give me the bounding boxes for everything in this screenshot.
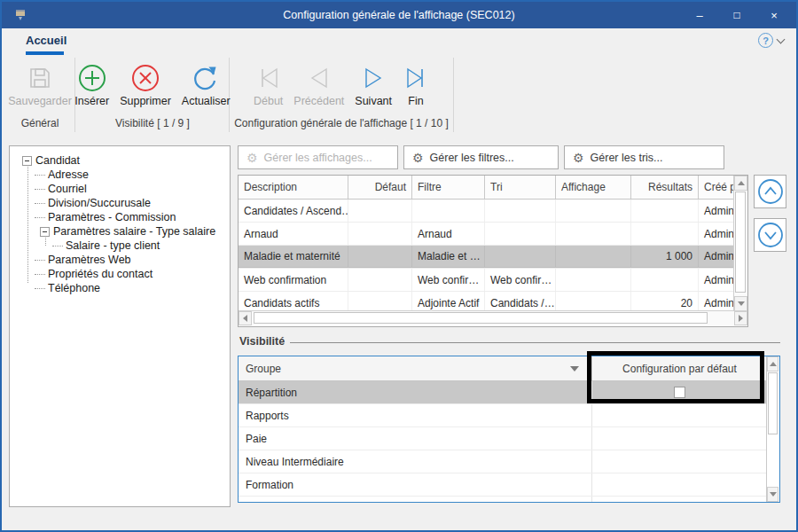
tree-item-telephone[interactable]: Téléphone	[35, 281, 100, 295]
tree-item-courriel[interactable]: Courriel	[35, 182, 87, 196]
save-button[interactable]: Sauvegarder	[4, 59, 76, 109]
col-description[interactable]: Description	[239, 176, 348, 199]
col-filtre[interactable]: Filtre	[412, 176, 485, 199]
window-title: Configuration générale de l'affichage (S…	[2, 9, 796, 21]
scrollbar-thumb[interactable]	[735, 192, 746, 293]
last-record-button[interactable]: Fin	[398, 59, 434, 109]
scroll-right-button[interactable]	[734, 311, 747, 325]
tree-item-parametres-salaire[interactable]: Paramètres salaire - Type salaire	[40, 224, 215, 239]
title-bar: Configuration générale de l'affichage (S…	[2, 2, 796, 28]
visibility-row[interactable]: Formation	[239, 473, 779, 497]
category-tree: Candidat Adresse Courriel Division/Succu…	[9, 145, 231, 507]
maximize-button[interactable]: □	[718, 2, 755, 28]
scroll-left-button[interactable]	[239, 311, 252, 325]
tree-collapse-icon[interactable]	[40, 227, 50, 237]
visibility-section-label: Visibilité	[239, 335, 290, 348]
ribbon-group-general: Sauvegarder Général	[5, 55, 74, 133]
tree-rail	[27, 162, 29, 283]
scroll-down-button[interactable]	[734, 296, 747, 311]
tree-item-candidat[interactable]: Candidat	[22, 153, 80, 168]
grid-row[interactable]: Web confirmation Web confir… Web confir……	[239, 269, 747, 292]
scroll-down-button[interactable]	[767, 487, 778, 502]
ribbon-toolbar: Sauvegarder Général Insérer	[2, 55, 796, 137]
x-circle-icon	[130, 61, 160, 95]
tree-item-salaire-type-client[interactable]: Salaire - type client	[52, 239, 160, 253]
visibility-section-rule	[239, 342, 780, 343]
minimize-button[interactable]: –	[681, 2, 718, 28]
refresh-icon	[191, 61, 221, 95]
visibility-row-clipped[interactable]: Facturation	[239, 497, 779, 503]
tab-accueil[interactable]: Accueil	[26, 34, 66, 47]
move-down-button[interactable]	[754, 218, 786, 252]
app-icon	[16, 10, 25, 16]
first-record-button[interactable]: Début	[249, 59, 287, 109]
tree-item-adresse[interactable]: Adresse	[35, 168, 89, 182]
chevron-down-icon	[777, 35, 786, 43]
delete-button[interactable]: Supprimer	[115, 59, 176, 109]
scrollbar-thumb[interactable]	[254, 312, 708, 324]
visibility-row-selected[interactable]: Répartition	[239, 381, 779, 404]
manage-filters-button[interactable]: ⚙ Gérer les filtres...	[403, 145, 559, 169]
next-record-button[interactable]: Suivant	[350, 59, 396, 109]
move-up-button[interactable]	[754, 175, 786, 208]
visibility-row[interactable]: Rapports	[239, 404, 779, 427]
tree-item-parametres-web[interactable]: Paramètres Web	[35, 253, 131, 267]
grid-header-row: Description Défaut Filtre Tri Affichage …	[239, 176, 747, 200]
app-window: Configuration générale de l'affichage (S…	[0, 0, 798, 532]
ribbon-group-visibilite: Insérer Supprimer	[76, 55, 229, 133]
manage-sorts-button[interactable]: ⚙ Gérer les tris...	[564, 145, 724, 169]
chevron-down-circle-icon	[756, 221, 785, 249]
tree-collapse-icon[interactable]	[22, 156, 32, 166]
insert-button[interactable]: Insérer	[70, 59, 113, 109]
grid-row-selected[interactable]: Maladie et maternité Maladie et … 1 000 …	[239, 246, 747, 269]
tree-item-parametres-commission[interactable]: Paramètres - Commission	[35, 210, 176, 224]
col-configuration-par-defaut[interactable]: Configuration par défaut	[592, 356, 767, 380]
grid-horizontal-scrollbar[interactable]	[239, 310, 747, 326]
group-separator	[453, 58, 454, 132]
scroll-up-button[interactable]	[734, 176, 747, 191]
plus-circle-icon	[77, 61, 107, 95]
col-tri[interactable]: Tri	[485, 176, 556, 199]
visibility-row[interactable]: Paie	[239, 427, 779, 450]
triangle-left-bar-icon	[255, 61, 282, 95]
help-button[interactable]: ?	[758, 33, 784, 48]
visibility-vertical-scrollbar[interactable]	[766, 356, 779, 502]
ribbon-group-navigation: Début Précédent Su	[231, 55, 452, 133]
ribbon-tab-row: Accueil ?	[2, 28, 796, 55]
grid-row[interactable]: Arnaud Arnaud Admin	[239, 223, 747, 246]
triangle-right-icon	[361, 61, 386, 95]
group-label-configuration: Configuration générale de l'affichage [ …	[231, 117, 452, 129]
group-label-general: Général	[5, 117, 74, 129]
visibility-row[interactable]: Niveau Intermédiaire	[239, 450, 779, 473]
help-icon: ?	[758, 33, 773, 48]
gear-icon: ⚙	[573, 152, 584, 164]
col-resultats[interactable]: Résultats	[631, 176, 699, 199]
save-floppy-icon	[27, 61, 52, 95]
triangle-left-icon	[307, 61, 332, 95]
close-button[interactable]: ×	[755, 2, 793, 28]
tree-item-proprietes-contact[interactable]: Propriétés du contact	[35, 267, 153, 281]
col-defaut[interactable]: Défaut	[348, 176, 412, 199]
col-groupe[interactable]: Groupe	[239, 356, 592, 380]
triangle-right-bar-icon	[403, 61, 429, 95]
manage-views-button[interactable]: ⚙ Gérer les affichages...	[238, 145, 398, 169]
group-label-visibilite: Visibilité [ 1 / 9 ]	[76, 117, 229, 129]
col-affichage[interactable]: Affichage	[556, 176, 631, 199]
col-cree-par[interactable]: Créé p	[699, 176, 734, 199]
grid-vertical-scrollbar[interactable]	[733, 176, 747, 311]
tree-item-division[interactable]: Division/Succurusale	[35, 196, 151, 210]
configurations-grid: Description Défaut Filtre Tri Affichage …	[238, 175, 748, 327]
content-area: Candidat Adresse Courriel Division/Succu…	[2, 136, 796, 530]
previous-record-button[interactable]: Précédent	[289, 59, 348, 109]
default-config-checkbox[interactable]	[674, 387, 685, 398]
refresh-button[interactable]: Actualiser	[177, 59, 235, 109]
gear-icon: ⚙	[412, 152, 424, 164]
visibility-table: Groupe Configuration par défaut Répartit…	[238, 356, 780, 503]
visibility-header-row: Groupe Configuration par défaut	[239, 356, 779, 381]
chevron-up-circle-icon	[756, 177, 785, 206]
dropdown-arrow-icon[interactable]	[570, 366, 579, 372]
scrollbar-thumb[interactable]	[768, 372, 778, 434]
grid-row[interactable]: Candidates / Ascend… Admin	[239, 200, 747, 223]
gear-icon: ⚙	[246, 152, 258, 164]
scroll-up-button[interactable]	[767, 356, 778, 372]
